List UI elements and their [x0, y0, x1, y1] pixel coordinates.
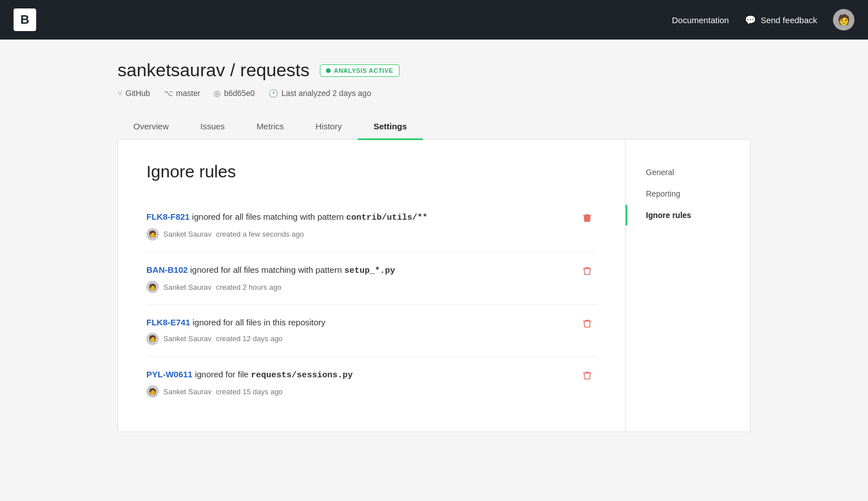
author-name: Sanket Saurav	[163, 230, 211, 238]
content-wrapper: Ignore rules FLK8-F821 ignored for all f…	[118, 140, 750, 432]
rule-content: BAN-B102 ignored for all files matching …	[146, 264, 395, 294]
rule-content: PYL-W0611 ignored for file requests/sess…	[146, 368, 353, 398]
avatar-image: 🧑	[837, 14, 850, 26]
trash-icon	[582, 213, 592, 223]
trash-icon	[582, 371, 592, 381]
rule-time: created 12 days ago	[216, 334, 283, 343]
author-avatar: 🧑	[146, 333, 159, 345]
tab-overview[interactable]: Overview	[118, 114, 185, 139]
rule-code-pyl-w0611[interactable]: PYL-W0611	[146, 369, 193, 379]
github-meta[interactable]: ⑂ GitHub	[118, 89, 150, 98]
rule-code-flk8-f821[interactable]: FLK8-F821	[146, 212, 190, 221]
rule-text: BAN-B102 ignored for all files matching …	[146, 264, 395, 278]
sidebar-item-general[interactable]: General	[639, 162, 736, 182]
main-container: sanketsaurav / requests ANALYSIS ACTIVE …	[95, 40, 773, 432]
author-name: Sanket Saurav	[163, 283, 211, 291]
commit-icon: ◎	[214, 89, 220, 98]
content-main: Ignore rules FLK8-F821 ignored for all f…	[118, 140, 626, 432]
sidebar-item-ignore-rules[interactable]: Ignore rules	[639, 205, 736, 225]
rule-text: PYL-W0611 ignored for file requests/sess…	[146, 368, 353, 382]
tab-history[interactable]: History	[300, 114, 358, 139]
analyzed-meta: 🕐 Last analyzed 2 days ago	[268, 89, 371, 98]
rule-code-ban-b102[interactable]: BAN-B102	[146, 265, 188, 275]
tab-metrics[interactable]: Metrics	[241, 114, 300, 139]
rule-item: BAN-B102 ignored for all files matching …	[146, 252, 597, 305]
tab-settings[interactable]: Settings	[358, 114, 423, 139]
delete-rule-button[interactable]	[578, 316, 597, 331]
rule-content: FLK8-E741 ignored for all files in this …	[146, 316, 326, 345]
send-feedback-button[interactable]: 💬 Send feedback	[745, 15, 817, 25]
author-avatar: 🧑	[146, 385, 159, 398]
rule-item: FLK8-F821 ignored for all files matching…	[146, 199, 597, 252]
repo-title-row: sanketsaurav / requests ANALYSIS ACTIVE	[118, 60, 750, 81]
repo-title: sanketsaurav / requests	[118, 60, 310, 81]
status-dot	[326, 68, 331, 73]
delete-rule-button[interactable]	[578, 264, 597, 278]
page-title: Ignore rules	[146, 162, 597, 181]
branch-icon: ⌥	[164, 89, 173, 98]
author-avatar: 🧑	[146, 228, 159, 241]
sidebar-item-reporting[interactable]: Reporting	[639, 184, 736, 204]
badge-label: ANALYSIS ACTIVE	[334, 67, 393, 74]
rule-time: created a few seconds ago	[216, 230, 303, 238]
topnav: B Documentation 💬 Send feedback 🧑	[0, 0, 868, 40]
rule-text: FLK8-E741 ignored for all files in this …	[146, 316, 326, 329]
rule-meta: 🧑 Sanket Saurav created 12 days ago	[146, 333, 326, 345]
tab-issues[interactable]: Issues	[185, 114, 241, 139]
github-icon: ⑂	[118, 89, 122, 98]
repo-meta: ⑂ GitHub ⌥ master ◎ b6d65e0 🕐 Last analy…	[118, 89, 750, 98]
logo[interactable]: B	[14, 8, 36, 31]
commit-meta[interactable]: ◎ b6d65e0	[214, 89, 255, 98]
delete-rule-button[interactable]	[578, 368, 597, 383]
branch-meta[interactable]: ⌥ master	[164, 89, 201, 98]
rule-content: FLK8-F821 ignored for all files matching…	[146, 211, 428, 241]
topnav-right: Documentation 💬 Send feedback 🧑	[672, 9, 854, 31]
rule-text: FLK8-F821 ignored for all files matching…	[146, 211, 428, 225]
rule-meta: 🧑 Sanket Saurav created 2 hours ago	[146, 281, 395, 293]
chat-icon: 💬	[745, 15, 756, 25]
author-name: Sanket Saurav	[163, 334, 211, 343]
rule-time: created 15 days ago	[216, 387, 283, 396]
rule-pattern: requests/sessions.py	[251, 371, 353, 380]
settings-sidebar: General Reporting Ignore rules	[626, 140, 750, 432]
rule-time: created 2 hours ago	[216, 283, 281, 291]
rule-item: FLK8-E741 ignored for all files in this …	[146, 304, 597, 356]
clock-icon: 🕐	[268, 89, 278, 98]
avatar[interactable]: 🧑	[833, 9, 854, 31]
rule-pattern: contrib/utils/**	[346, 213, 428, 223]
author-name: Sanket Saurav	[163, 387, 211, 396]
documentation-link[interactable]: Documentation	[672, 15, 729, 25]
tabs: Overview Issues Metrics History Settings	[118, 114, 750, 140]
trash-icon	[582, 319, 592, 329]
rule-meta: 🧑 Sanket Saurav created 15 days ago	[146, 385, 353, 398]
rule-meta: 🧑 Sanket Saurav created a few seconds ag…	[146, 228, 428, 241]
rule-code-flk8-e741[interactable]: FLK8-E741	[146, 317, 190, 327]
analysis-badge: ANALYSIS ACTIVE	[320, 64, 400, 77]
author-avatar: 🧑	[146, 281, 159, 293]
rule-pattern: setup_*.py	[344, 266, 395, 276]
delete-rule-button[interactable]	[578, 211, 597, 225]
rule-item: PYL-W0611 ignored for file requests/sess…	[146, 356, 597, 409]
repo-header: sanketsaurav / requests ANALYSIS ACTIVE …	[118, 40, 750, 140]
trash-icon	[582, 266, 592, 276]
